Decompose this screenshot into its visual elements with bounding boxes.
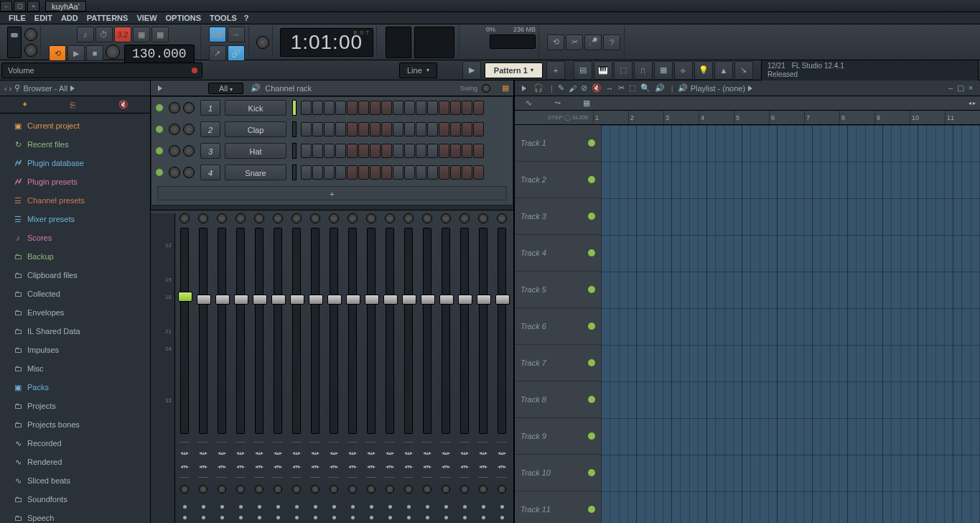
mixer-fader-slot[interactable] <box>386 228 394 434</box>
pl-mode-b-icon[interactable]: ⤳ <box>554 98 561 108</box>
mixer-track[interactable]: ◂▴▸◂▾▸ <box>288 213 305 523</box>
mixer-route-icon[interactable]: ◂▴▸ <box>180 450 189 456</box>
browser-item[interactable]: ↻Recent files <box>0 135 150 154</box>
mixer-route-icon[interactable]: ◂▴▸ <box>199 450 207 456</box>
mixer-enable-dot[interactable] <box>314 505 317 509</box>
mixer-dot-2[interactable] <box>388 516 392 519</box>
channel-pan-knob[interactable] <box>169 102 180 114</box>
view-rack-btn[interactable]: ⬚ <box>614 61 633 80</box>
step-cell[interactable] <box>473 165 484 180</box>
playlist-grid[interactable] <box>601 125 980 523</box>
step-cell[interactable] <box>324 165 335 180</box>
step-cell[interactable] <box>301 101 312 115</box>
mixer-send-knob[interactable] <box>460 485 469 494</box>
pl-speaker-icon[interactable]: 🔊 <box>678 83 688 93</box>
countdown-lcd[interactable]: 3.2 <box>114 27 131 42</box>
mixer-route-icon[interactable]: ◂▴▸ <box>479 450 487 456</box>
view-piano-btn[interactable]: 🎹 <box>594 61 612 80</box>
step-cell[interactable] <box>462 165 472 180</box>
menu-file[interactable]: FILE <box>4 12 30 24</box>
mixer-dot-2[interactable] <box>370 516 373 519</box>
pat-play-btn[interactable]: ▶ <box>462 61 481 80</box>
mixer-dot-2[interactable] <box>463 516 467 519</box>
menu-options[interactable]: OPTIONS <box>162 12 206 24</box>
mixer-fader-handle[interactable] <box>234 295 248 305</box>
mixer-send-knob[interactable] <box>386 485 394 494</box>
bar-tick[interactable]: 1 <box>593 111 628 124</box>
step-cell[interactable] <box>312 101 323 115</box>
mixer-route2-icon[interactable]: ◂▾▸ <box>348 463 357 470</box>
step-cell[interactable] <box>335 144 346 158</box>
step-cell[interactable] <box>381 165 392 180</box>
step-cell[interactable] <box>473 122 484 136</box>
step-cell[interactable] <box>370 144 381 158</box>
pl-tool-slice-icon[interactable]: ✂ <box>618 83 625 93</box>
mixer-route2-icon[interactable]: ◂▾▸ <box>292 463 301 470</box>
menu-patterns[interactable]: PATTERNS <box>83 12 133 24</box>
mixer-route2-icon[interactable]: ◂▾▸ <box>255 463 263 470</box>
view-playlist-btn[interactable]: ▤ <box>574 61 592 80</box>
browser-item[interactable]: 🗀Backup <box>0 247 150 266</box>
step-cell[interactable] <box>416 122 426 136</box>
step-cell[interactable] <box>450 101 461 115</box>
mixer-enable-dot[interactable] <box>276 505 280 509</box>
stop-btn[interactable]: ■ <box>86 45 103 61</box>
track-mute-led[interactable] <box>588 506 595 513</box>
mixer-fader-handle[interactable] <box>346 295 360 305</box>
browser-tool-add-icon[interactable]: ✦ <box>22 100 28 109</box>
channel-number[interactable]: 1 <box>200 100 220 116</box>
mixer-pan-knob[interactable] <box>385 213 395 223</box>
mixer-fader-handle[interactable] <box>477 295 491 305</box>
mixer-route-icon[interactable]: ◂▴▸ <box>423 450 431 456</box>
mixer-send-knob[interactable] <box>292 485 301 494</box>
mixer-dot-2[interactable] <box>202 516 205 519</box>
mixer-fader-slot[interactable] <box>498 228 506 434</box>
mixer-dot-2[interactable] <box>239 516 243 519</box>
mixer-fader-handle[interactable] <box>458 295 472 305</box>
mixer-dot-2[interactable] <box>351 516 355 519</box>
mixer-track[interactable]: ◂▴▸◂▾▸ <box>232 213 249 523</box>
mixer-pan-knob[interactable] <box>310 213 320 223</box>
step-cell[interactable] <box>462 101 472 115</box>
mixer-route2-icon[interactable]: ◂▾▸ <box>199 463 207 470</box>
step-cell[interactable] <box>358 144 369 158</box>
mixer-send-knob[interactable] <box>367 485 375 494</box>
step-cell[interactable] <box>427 122 438 136</box>
mixer-track[interactable]: ◂▴▸◂▾▸ <box>213 213 230 523</box>
mixer-route2-icon[interactable]: ◂▾▸ <box>386 463 394 470</box>
step-cell[interactable] <box>301 144 312 158</box>
mixer-enable-dot[interactable] <box>444 505 448 509</box>
mixer-fader-slot[interactable] <box>255 228 263 434</box>
pl-mode-c-icon[interactable]: ▦ <box>583 98 590 108</box>
mixer-pan-knob[interactable] <box>291 213 302 223</box>
track-mute-led[interactable] <box>588 469 595 476</box>
mixer-fader-slot[interactable] <box>330 228 338 434</box>
step-cell[interactable] <box>473 144 484 158</box>
mixer-pan-knob[interactable] <box>235 213 246 223</box>
mixer-send-knob[interactable] <box>236 485 245 494</box>
step-cell[interactable] <box>404 101 415 115</box>
mixer-send-knob[interactable] <box>479 485 487 494</box>
mixer-send-knob[interactable] <box>442 485 450 494</box>
mixer-route-icon[interactable]: ◂▴▸ <box>386 450 394 456</box>
step-cell[interactable] <box>416 144 426 158</box>
minimize-btn[interactable]: – <box>0 1 12 11</box>
step-cell[interactable] <box>335 122 346 136</box>
close-btn[interactable]: × <box>27 1 39 11</box>
mixer-fader-slot[interactable] <box>292 228 301 434</box>
tempo-lcd[interactable]: 130.000 <box>124 45 195 63</box>
mixer-track[interactable]: ◂▴▸◂▾▸ <box>437 213 454 523</box>
step-cell[interactable] <box>381 144 392 158</box>
playlist-track-header[interactable]: Track 4 <box>515 235 601 272</box>
browser-item[interactable]: ☰Channel presets <box>0 191 150 210</box>
channel-vol-knob[interactable] <box>183 102 195 114</box>
mixer-pan-knob[interactable] <box>478 213 488 223</box>
mixer-track[interactable]: ◂▴▸◂▾▸ <box>381 213 398 523</box>
mixer-route2-icon[interactable]: ◂▾▸ <box>404 463 413 470</box>
news-panel[interactable]: 12/21 FL Studio 12.4.1 Released <box>761 60 979 81</box>
step-cell[interactable] <box>324 122 335 136</box>
mixer-fader-slot[interactable] <box>442 228 450 434</box>
step-cell[interactable] <box>393 101 403 115</box>
mixer-enable-dot[interactable] <box>426 505 429 509</box>
step-cell[interactable] <box>370 101 381 115</box>
